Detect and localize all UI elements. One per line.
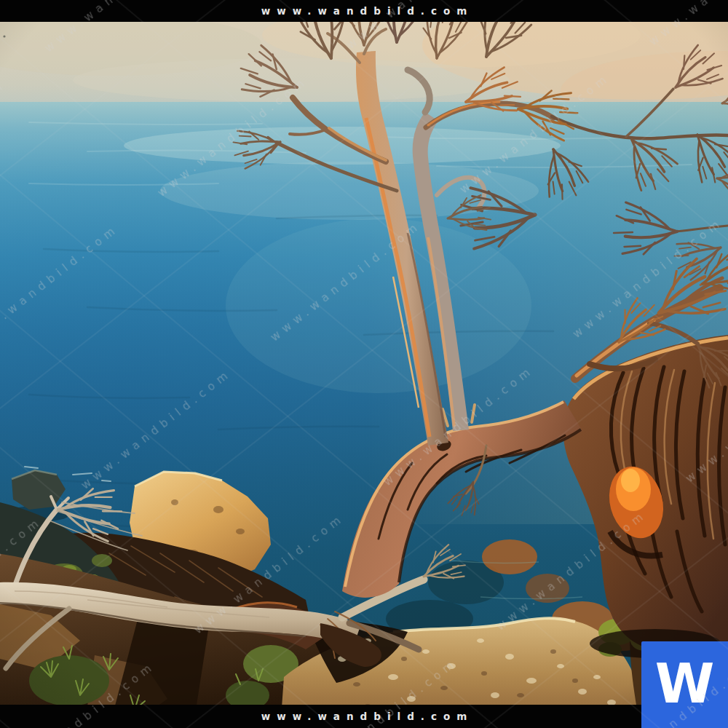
header-url-bar: www.wandbild.com <box>0 0 728 22</box>
product-image-preview[interactable]: www.wandbild.com www.wandbild.com W www.… <box>0 0 728 728</box>
footer-url-bar: www.wandbild.com <box>0 705 728 728</box>
header-url-text: www.wandbild.com <box>255 5 474 17</box>
vignette-overlay <box>0 0 728 728</box>
photo-artwork <box>0 0 728 728</box>
brand-logo-letter: W <box>655 657 715 711</box>
footer-url-text: www.wandbild.com <box>255 711 474 722</box>
brand-logo-badge: W <box>641 641 728 728</box>
